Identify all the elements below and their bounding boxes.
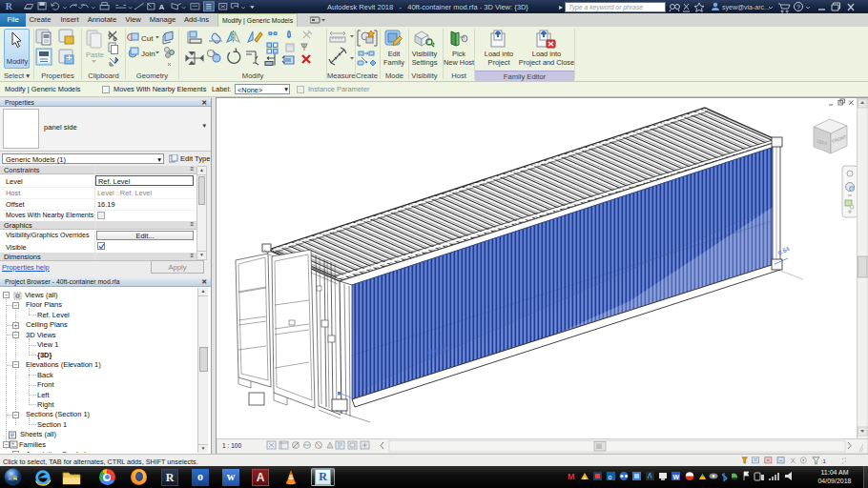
svg-text:?: ? — [796, 3, 800, 11]
svg-text:Cut: Cut — [141, 34, 154, 43]
svg-text:W: W — [673, 474, 680, 480]
svg-text:Paste: Paste — [86, 51, 104, 59]
svg-text:A: A — [158, 3, 164, 11]
svg-text:R: R — [6, 1, 13, 11]
svg-text:Join: Join — [141, 50, 155, 58]
svg-text:1 : 100: 1 : 100 — [222, 442, 241, 449]
svg-text:M: M — [568, 472, 575, 481]
svg-text::1: :1 — [821, 458, 827, 464]
svg-text:o: o — [609, 474, 612, 480]
svg-text:syew@via-arc...: syew@via-arc... — [722, 4, 770, 11]
